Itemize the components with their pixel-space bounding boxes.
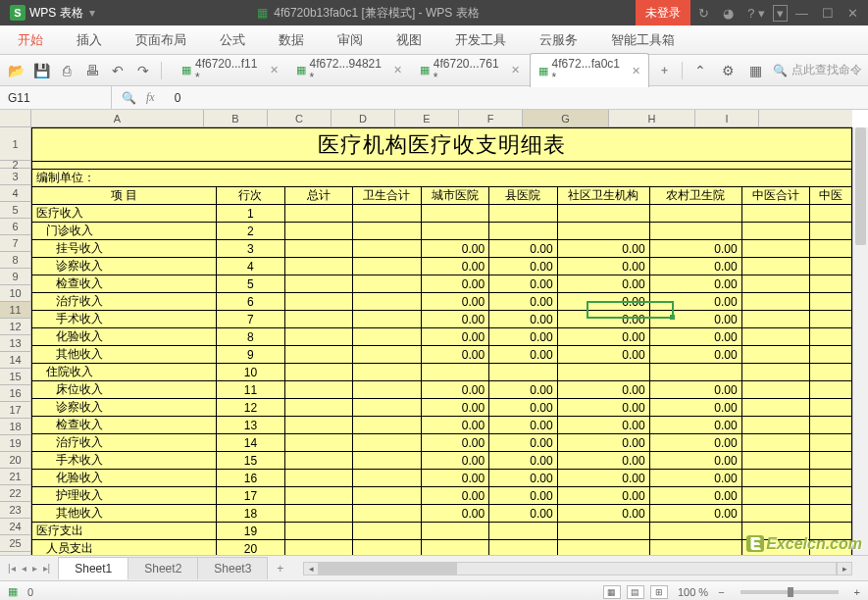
data-cell[interactable] bbox=[741, 417, 809, 434]
col-header-A[interactable]: A bbox=[31, 110, 204, 126]
view-page-icon[interactable]: ▤ bbox=[627, 585, 644, 599]
data-cell[interactable] bbox=[741, 452, 809, 470]
data-cell[interactable]: 0.00 bbox=[557, 417, 649, 434]
data-cell[interactable] bbox=[741, 311, 809, 328]
row-header-10[interactable]: 10 bbox=[0, 285, 30, 302]
data-cell[interactable] bbox=[353, 293, 421, 311]
sheet-tab-Sheet3[interactable]: Sheet3 bbox=[197, 557, 268, 579]
row-header-17[interactable]: 17 bbox=[0, 402, 30, 419]
print-direct-icon[interactable]: ⎙ bbox=[57, 61, 77, 80]
data-cell[interactable] bbox=[741, 223, 809, 240]
data-cell[interactable]: 0.00 bbox=[421, 258, 488, 275]
search-cell-icon[interactable]: 🔍 bbox=[122, 91, 136, 105]
data-cell[interactable] bbox=[810, 240, 852, 258]
data-cell[interactable] bbox=[741, 381, 809, 399]
data-cell[interactable]: 0.00 bbox=[649, 452, 741, 470]
menu-item-8[interactable]: 云服务 bbox=[530, 25, 587, 55]
data-cell[interactable]: 0.00 bbox=[649, 505, 741, 523]
doc-tab-close-icon[interactable]: ✕ bbox=[393, 64, 402, 76]
data-cell[interactable] bbox=[284, 293, 352, 311]
data-cell[interactable] bbox=[741, 240, 809, 258]
data-cell[interactable] bbox=[421, 223, 488, 240]
data-cell[interactable]: 0.00 bbox=[557, 240, 649, 258]
data-cell[interactable] bbox=[284, 258, 352, 275]
data-cell[interactable]: 0.00 bbox=[421, 275, 488, 293]
data-cell[interactable] bbox=[421, 205, 488, 223]
grid[interactable]: 医疗机构医疗收支明细表编制单位：项 目行次总计卫生合计城市医院县医院社区卫生机构… bbox=[31, 127, 852, 555]
data-cell[interactable] bbox=[284, 346, 352, 364]
data-cell[interactable] bbox=[284, 381, 352, 399]
data-cell[interactable]: 0.00 bbox=[489, 417, 557, 434]
data-cell[interactable] bbox=[557, 523, 649, 540]
sheet-nav-first-icon[interactable]: |◂ bbox=[6, 563, 18, 574]
data-cell[interactable]: 0.00 bbox=[489, 240, 557, 258]
data-cell[interactable]: 0.00 bbox=[489, 434, 557, 452]
data-cell[interactable]: 0.00 bbox=[489, 452, 557, 470]
data-cell[interactable]: 0.00 bbox=[421, 434, 488, 452]
data-cell[interactable] bbox=[284, 223, 352, 240]
data-cell[interactable]: 0.00 bbox=[649, 275, 741, 293]
data-cell[interactable] bbox=[810, 205, 852, 223]
data-cell[interactable] bbox=[649, 364, 741, 381]
data-cell[interactable]: 0.00 bbox=[557, 452, 649, 470]
data-cell[interactable] bbox=[353, 452, 421, 470]
undo-icon[interactable]: ↶ bbox=[108, 61, 128, 80]
sheet-tab-Sheet1[interactable]: Sheet1 bbox=[58, 557, 128, 579]
doc-tab-1[interactable]: ▦4f672...94821 *✕ bbox=[288, 54, 410, 87]
sync-icon[interactable]: ↻ bbox=[692, 6, 715, 21]
row-header-19[interactable]: 19 bbox=[0, 435, 30, 452]
col-header-C[interactable]: C bbox=[268, 110, 332, 126]
formula-value[interactable]: 0 bbox=[165, 91, 191, 105]
doc-tab-0[interactable]: ▦4f6720...f11 *✕ bbox=[174, 54, 286, 87]
data-cell[interactable] bbox=[810, 505, 852, 523]
data-cell[interactable] bbox=[557, 364, 649, 381]
zoom-slider-knob[interactable] bbox=[788, 587, 793, 597]
data-cell[interactable] bbox=[741, 540, 809, 556]
row-header-24[interactable]: 24 bbox=[0, 519, 30, 535]
data-cell[interactable] bbox=[284, 470, 352, 487]
row-header-4[interactable]: 4 bbox=[0, 185, 30, 202]
data-cell[interactable]: 0.00 bbox=[649, 328, 741, 346]
data-cell[interactable] bbox=[741, 293, 809, 311]
data-cell[interactable]: 0.00 bbox=[489, 381, 557, 399]
data-cell[interactable]: 0.00 bbox=[489, 399, 557, 417]
data-cell[interactable] bbox=[284, 487, 352, 505]
data-cell[interactable] bbox=[810, 540, 852, 556]
menu-item-5[interactable]: 审阅 bbox=[328, 25, 373, 55]
row-header-15[interactable]: 15 bbox=[0, 369, 30, 385]
data-cell[interactable] bbox=[353, 275, 421, 293]
data-cell[interactable] bbox=[810, 275, 852, 293]
data-cell[interactable] bbox=[353, 434, 421, 452]
data-cell[interactable] bbox=[649, 523, 741, 540]
col-header-B[interactable]: B bbox=[204, 110, 268, 126]
data-cell[interactable] bbox=[353, 364, 421, 381]
data-cell[interactable]: 0.00 bbox=[649, 240, 741, 258]
data-cell[interactable] bbox=[284, 240, 352, 258]
sheet-nav-prev-icon[interactable]: ◂ bbox=[20, 563, 28, 574]
data-cell[interactable]: 0.00 bbox=[557, 346, 649, 364]
zoom-out-icon[interactable]: − bbox=[718, 586, 724, 598]
data-cell[interactable] bbox=[810, 487, 852, 505]
grid-icon[interactable]: ▦ bbox=[745, 61, 765, 80]
data-cell[interactable]: 0.00 bbox=[489, 487, 557, 505]
col-header-G[interactable]: G bbox=[523, 110, 609, 126]
data-cell[interactable]: 0.00 bbox=[421, 381, 488, 399]
data-cell[interactable] bbox=[284, 311, 352, 328]
minimize-icon[interactable]: — bbox=[790, 6, 814, 21]
menu-item-2[interactable]: 页面布局 bbox=[126, 25, 196, 55]
menu-item-3[interactable]: 公式 bbox=[210, 25, 255, 55]
data-cell[interactable]: 0.00 bbox=[489, 293, 557, 311]
maximize-icon[interactable]: ☐ bbox=[816, 6, 840, 21]
data-cell[interactable]: 0.00 bbox=[557, 487, 649, 505]
data-cell[interactable]: 0.00 bbox=[557, 505, 649, 523]
data-cell[interactable] bbox=[810, 311, 852, 328]
data-cell[interactable] bbox=[353, 346, 421, 364]
select-all-corner[interactable] bbox=[0, 110, 31, 127]
data-cell[interactable] bbox=[284, 452, 352, 470]
row-header-22[interactable]: 22 bbox=[0, 485, 30, 502]
hscroll-right-icon[interactable]: ▸ bbox=[837, 562, 852, 575]
data-cell[interactable] bbox=[810, 364, 852, 381]
sheet-nav-next-icon[interactable]: ▸ bbox=[30, 563, 39, 574]
data-cell[interactable] bbox=[284, 328, 352, 346]
data-cell[interactable]: 0.00 bbox=[421, 505, 488, 523]
